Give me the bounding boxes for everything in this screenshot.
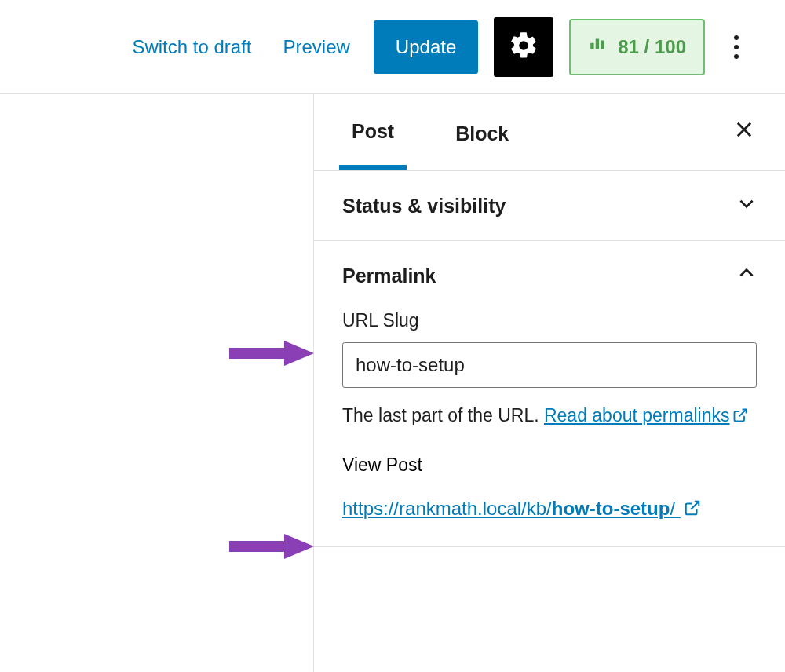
url-slug-input[interactable] [342, 342, 757, 388]
update-button[interactable]: Update [374, 20, 478, 74]
permalink-base: https://rankmath.local/kb/ [342, 498, 552, 519]
view-post-link[interactable]: https://rankmath.local/kb/how-to-setup/ [342, 495, 757, 524]
settings-button[interactable] [494, 17, 553, 77]
panel-toggle-permalink[interactable]: Permalink [342, 263, 757, 288]
close-sidebar-button[interactable] [728, 117, 760, 148]
panel-permalink: Permalink URL Slug The last part of the … [314, 241, 785, 547]
permalink-panel-body: URL Slug The last part of the URL. Read … [342, 288, 757, 524]
view-post-label: View Post [342, 455, 757, 476]
sidebar-tabs: Post Block [314, 94, 785, 171]
settings-sidebar: Post Block Status & visibility Permalink [314, 94, 785, 672]
editor-layout: Post Block Status & visibility Permalink [0, 94, 785, 672]
close-icon [733, 118, 755, 146]
url-slug-help: The last part of the URL. Read about per… [342, 402, 757, 431]
panel-status-visibility: Status & visibility [314, 171, 785, 241]
dots-icon [734, 35, 739, 40]
external-link-icon [732, 404, 748, 431]
chevron-up-icon [736, 263, 757, 288]
help-text-prefix: The last part of the URL. [342, 405, 544, 425]
preview-button[interactable]: Preview [276, 30, 358, 64]
editor-canvas [0, 94, 314, 672]
permalink-slug: how-to-setup [552, 498, 670, 519]
annotation-arrow [229, 338, 316, 369]
seo-score-value: 81 / 100 [618, 36, 686, 58]
chevron-down-icon [736, 193, 757, 218]
panel-toggle-status-visibility[interactable]: Status & visibility [342, 193, 757, 218]
panel-title: Status & visibility [342, 195, 506, 217]
editor-toolbar: Switch to draft Preview Update 81 / 100 [0, 0, 785, 94]
read-about-permalinks-link[interactable]: Read about permalinks [544, 405, 749, 425]
tab-post[interactable]: Post [339, 95, 407, 170]
annotation-arrow [229, 531, 316, 562]
gear-icon [508, 30, 539, 64]
panel-title: Permalink [342, 265, 436, 287]
switch-to-draft-button[interactable]: Switch to draft [124, 30, 259, 64]
permalink-trail: / [670, 498, 675, 519]
seo-score-badge[interactable]: 81 / 100 [569, 19, 705, 75]
tab-block[interactable]: Block [443, 97, 521, 167]
external-link-icon [684, 496, 701, 524]
url-slug-label: URL Slug [342, 310, 757, 331]
chart-icon [588, 35, 608, 60]
more-options-button[interactable] [725, 24, 747, 71]
